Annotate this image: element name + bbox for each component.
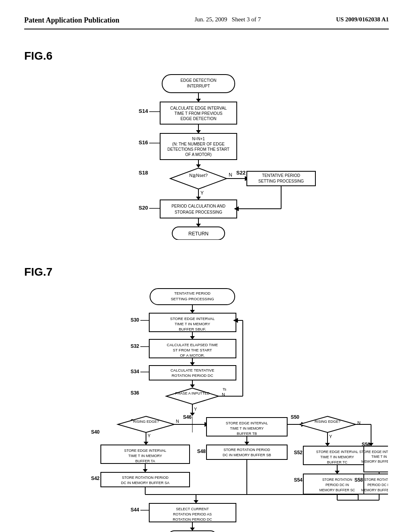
svg-text:TENTATIVE PERIOD: TENTATIVE PERIOD	[174, 291, 211, 295]
svg-text:CALCULATE ELAPSED TIME: CALCULATE ELAPSED TIME	[167, 343, 218, 347]
fig7-label: FIG.7	[24, 266, 389, 278]
svg-text:S32: S32	[131, 343, 140, 349]
svg-text:S16: S16	[139, 139, 148, 145]
svg-text:STORE EDGE INTERVAL: STORE EDGE INTERVAL	[170, 316, 215, 321]
svg-text:SETTING PROCESSING: SETTING PROCESSING	[259, 179, 304, 183]
svg-text:S30: S30	[131, 317, 140, 323]
svg-marker-139	[299, 416, 356, 432]
svg-text:STORE EDGE INTERVAL: STORE EDGE INTERVAL	[316, 450, 359, 454]
header-date-sheet: Jun. 25, 2009 Sheet 3 of 7	[195, 16, 261, 23]
fig7-section: FIG.7 TENTATIVE PERIOD SETTING PROCESSIN…	[24, 266, 389, 532]
svg-text:PERIOD DC IN: PERIOD DC IN	[367, 483, 388, 487]
svg-text:S52: S52	[294, 450, 303, 455]
svg-text:DC IN MEMORY BUFFER SA: DC IN MEMORY BUFFER SA	[121, 481, 169, 485]
svg-text:S58: S58	[355, 477, 363, 483]
svg-text:BUFFER SBUF.: BUFFER SBUF.	[179, 327, 206, 331]
svg-text:S36: S36	[131, 390, 140, 396]
svg-text:MEMORY BUFFER SD: MEMORY BUFFER SD	[361, 488, 388, 492]
svg-text:STORE EDGE INTERVAL: STORE EDGE INTERVAL	[226, 421, 268, 425]
svg-text:N≧Nset?: N≧Nset?	[189, 173, 208, 178]
publication-title: Patent Application Publication	[24, 16, 119, 25]
fig7-diagram: TENTATIVE PERIOD SETTING PROCESSING S30 …	[25, 287, 388, 532]
svg-marker-144	[325, 443, 330, 446]
patent-number: US 2009/0162038 A1	[336, 16, 389, 23]
svg-text:TIME T IN MEMORY: TIME T IN MEMORY	[320, 455, 354, 459]
svg-text:RETURN: RETURN	[188, 231, 209, 237]
svg-marker-4	[196, 99, 201, 102]
svg-text:TENTATIVE PERIOD: TENTATIVE PERIOD	[262, 173, 300, 178]
svg-marker-93	[144, 442, 148, 445]
svg-marker-76	[166, 388, 219, 404]
svg-text:S34: S34	[131, 369, 140, 374]
svg-text:ROTATION PERIOD DC: ROTATION PERIOD DC	[173, 517, 212, 522]
svg-text:Y: Y	[200, 190, 204, 196]
svg-marker-21	[196, 164, 201, 168]
svg-text:STORE ROTATION: STORE ROTATION	[364, 478, 388, 482]
svg-marker-88	[118, 416, 174, 432]
svg-text:INTERRUPT: INTERRUPT	[187, 84, 210, 88]
svg-text:SETTING PROCESSING: SETTING PROCESSING	[171, 297, 214, 301]
svg-text:EDGE DETECTION: EDGE DETECTION	[181, 116, 217, 121]
svg-text:CALCULATE EDGE INTERVAL: CALCULATE EDGE INTERVAL	[170, 106, 227, 110]
svg-marker-162	[335, 471, 340, 474]
svg-text:ROTATION PERIOD DC: ROTATION PERIOD DC	[171, 373, 213, 378]
svg-text:BUFFER TB: BUFFER TB	[237, 432, 257, 436]
svg-text:STORE ROTATION PERIOD: STORE ROTATION PERIOD	[223, 448, 270, 452]
svg-text:PERIOD CALCULATION AND: PERIOD CALCULATION AND	[171, 204, 225, 208]
svg-text:S54: S54	[294, 477, 303, 483]
page: Patent Application Publication Jun. 25, …	[0, 0, 413, 532]
svg-text:Y: Y	[148, 433, 151, 438]
svg-text:TIME T IN MEMORY: TIME T IN MEMORY	[230, 426, 264, 430]
svg-text:TIME T IN MEMORY: TIME T IN MEMORY	[175, 322, 211, 326]
svg-marker-109	[244, 442, 249, 445]
fig6-svg: EDGE DETECTION INTERRUPT S14 CALCULATE E…	[73, 71, 340, 240]
svg-rect-111	[206, 445, 287, 459]
svg-text:EDGE DETECTION: EDGE DETECTION	[181, 78, 217, 83]
fig7-svg: TENTATIVE PERIOD SETTING PROCESSING S30 …	[25, 287, 388, 532]
svg-marker-67	[190, 362, 195, 366]
svg-text:S22: S22	[236, 170, 246, 176]
svg-text:MEMORY BUFFER TD: MEMORY BUFFER TD	[361, 459, 388, 463]
svg-text:Y: Y	[329, 434, 332, 439]
fig6-diagram: EDGE DETECTION INTERRUPT S14 CALCULATE E…	[73, 71, 340, 241]
fig6-section: FIG.6 EDGE DETECTION INTERRUPT S14 CALCU…	[24, 50, 389, 241]
svg-text:TIME T IN MEMORY: TIME T IN MEMORY	[128, 454, 162, 458]
svg-text:Y: Y	[194, 407, 197, 411]
svg-text:RISING EDGE?: RISING EDGE?	[133, 420, 159, 424]
svg-marker-59	[190, 336, 195, 339]
fig6-label: FIG.6	[24, 50, 389, 62]
svg-marker-51	[190, 310, 195, 313]
svg-text:DETECTIONS FROM THE START: DETECTIONS FROM THE START	[167, 147, 229, 152]
svg-text:BUFFER TC: BUFFER TC	[327, 460, 348, 464]
svg-marker-115	[143, 469, 148, 472]
svg-text:PERIOD DC IN: PERIOD DC IN	[325, 483, 349, 487]
svg-text:STORAGE PROCESSING: STORAGE PROCESSING	[175, 210, 222, 214]
svg-rect-33	[160, 200, 237, 218]
svg-text:S42: S42	[91, 476, 100, 481]
svg-text:MEMORY BUFFER SC: MEMORY BUFFER SC	[319, 488, 355, 492]
svg-text:S18: S18	[139, 170, 148, 176]
svg-text:RISING EDGE?: RISING EDGE?	[315, 420, 340, 424]
svg-marker-44	[196, 224, 201, 227]
svg-text:S20: S20	[139, 205, 148, 211]
svg-text:STORE EDGE INTERVAL: STORE EDGE INTERVAL	[359, 450, 388, 454]
svg-text:ROTATION PERIOD AS: ROTATION PERIOD AS	[173, 512, 212, 516]
svg-text:Ts: Ts	[223, 387, 227, 391]
svg-marker-74	[190, 384, 195, 388]
svg-text:OF A MOTOR.: OF A MOTOR.	[180, 353, 205, 357]
svg-text:STORE ROTATION PERIOD: STORE ROTATION PERIOD	[122, 476, 169, 480]
svg-text:N: N	[229, 172, 232, 178]
svg-text:DC IN MEMORY BUFFER SB: DC IN MEMORY BUFFER SB	[223, 453, 271, 457]
svg-marker-23	[170, 168, 227, 189]
svg-text:N=N+1: N=N+1	[192, 137, 205, 141]
svg-text:BUFFER TA: BUFFER TA	[135, 459, 155, 463]
page-header: Patent Application Publication Jun. 25, …	[24, 16, 389, 29]
svg-text:OF A MOTOR): OF A MOTOR)	[185, 152, 211, 157]
svg-text:S46: S46	[183, 414, 192, 420]
svg-text:TIME T FROM PREVIOUS: TIME T FROM PREVIOUS	[174, 111, 222, 116]
svg-text:ST FROM THE START: ST FROM THE START	[173, 348, 212, 352]
svg-marker-125	[194, 500, 198, 503]
svg-text:N: N	[176, 419, 179, 424]
svg-text:STORE ROTATION: STORE ROTATION	[322, 478, 352, 482]
svg-text:S48: S48	[197, 449, 206, 454]
